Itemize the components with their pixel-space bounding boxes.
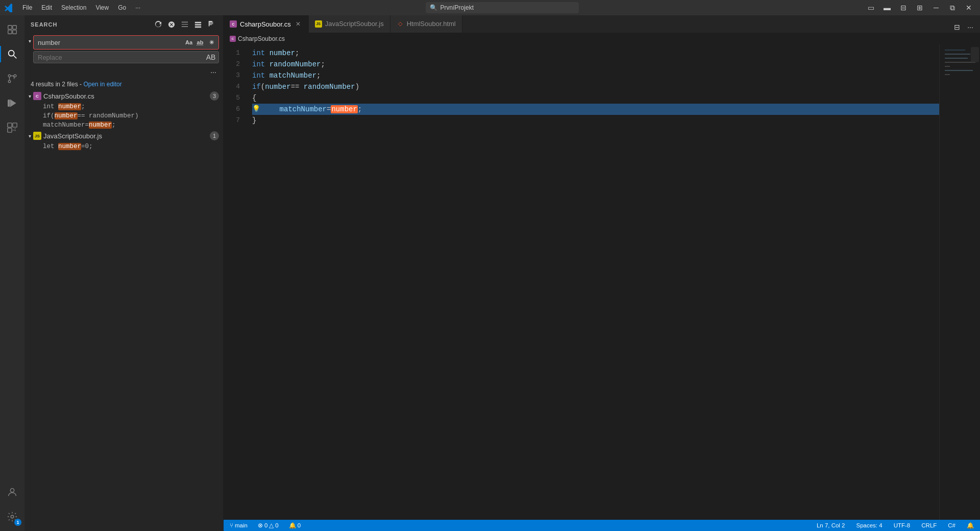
match-highlight: number — [89, 122, 112, 129]
layout-icon-3[interactable]: ⊟ — [896, 2, 911, 13]
layout-icon-1[interactable]: ▭ — [864, 2, 878, 13]
tab-csharp[interactable]: C CsharpSoubor.cs ✕ — [224, 15, 309, 33]
editor-more-button[interactable]: ··· — [965, 21, 976, 33]
code-content[interactable]: int number; int randomNumber; int matchN… — [248, 44, 939, 520]
csharp-match-count: 3 — [210, 91, 219, 101]
source-control-status[interactable]: ⑂ main — [228, 520, 250, 531]
sidebar-header-icons — [153, 19, 217, 30]
file-header-javascript[interactable]: ▾ JS JavaScriptSoubor.js 1 — [24, 130, 223, 142]
menu-go[interactable]: Go — [114, 3, 130, 13]
search-input[interactable] — [36, 39, 184, 46]
tab-html-label: HtmlSoubor.html — [407, 20, 456, 28]
js-file-icon: JS — [33, 132, 41, 140]
js-match-count: 1 — [210, 131, 219, 140]
activity-accounts[interactable] — [0, 480, 24, 504]
match-highlight: number — [55, 112, 78, 119]
svg-rect-13 — [8, 128, 12, 132]
close-button[interactable]: ✕ — [962, 2, 976, 13]
activity-search[interactable] — [0, 42, 24, 66]
info-status[interactable]: 🔔 0 — [287, 520, 303, 531]
tab-js-label: JavaScriptSoubor.js — [325, 20, 384, 28]
svg-marker-9 — [10, 100, 15, 107]
spaces-status[interactable]: Spaces: 4 — [854, 520, 885, 531]
error-count: 0 — [264, 522, 267, 528]
list-item[interactable]: int number; — [24, 102, 223, 111]
activity-extensions[interactable] — [0, 115, 24, 140]
window-controls: ▭ ▬ ⊟ ⊞ ─ ⧉ ✕ — [864, 2, 976, 13]
match-post: ; — [112, 122, 116, 129]
layout-icon-2[interactable]: ▬ — [880, 2, 894, 13]
file-results: ▾ C CsharpSoubor.cs 3 int number; if(num… — [24, 90, 223, 531]
search-icon: 🔍 — [430, 4, 437, 11]
match-post: ; — [81, 103, 85, 110]
menu-edit[interactable]: Edit — [37, 3, 56, 13]
activity-explorer[interactable] — [0, 17, 24, 42]
menu-file[interactable]: File — [18, 3, 36, 13]
svg-rect-19 — [945, 62, 975, 63]
global-search-bar[interactable]: 🔍 PrvníProjekt — [426, 2, 579, 13]
status-left: ⑂ main ⊗ 0 △ 0 🔔 0 — [228, 520, 303, 531]
spaces-text: Spaces: 4 — [856, 522, 883, 528]
toggle-expand-button[interactable]: ▾ — [29, 35, 33, 44]
activity-settings[interactable]: 1 — [0, 504, 24, 529]
errors-status[interactable]: ⊗ 0 △ 0 — [256, 520, 281, 531]
match-pre: if( — [43, 112, 55, 119]
line-endings-status[interactable]: CRLF — [919, 520, 939, 531]
line-numbers: 1 2 3 4 5 6 7 — [224, 44, 248, 520]
use-regex-button[interactable]: ✳ — [206, 37, 216, 47]
breadcrumb-file-icon: C — [230, 36, 236, 42]
lightbulb-icon: 💡 — [252, 104, 260, 115]
replace-input[interactable] — [36, 54, 205, 61]
svg-point-8 — [8, 80, 11, 83]
line-endings-text: CRLF — [921, 522, 937, 528]
list-item[interactable]: matchNumber=number; — [24, 120, 223, 130]
svg-point-14 — [10, 489, 14, 492]
restore-button[interactable]: ⧉ — [945, 2, 960, 13]
layout-icon-4[interactable]: ⊞ — [913, 2, 927, 13]
svg-point-6 — [8, 75, 11, 77]
file-header-csharp[interactable]: ▾ C CsharpSoubor.cs 3 — [24, 90, 223, 102]
tab-csharp-close[interactable]: ✕ — [294, 20, 302, 28]
encoding-status[interactable]: UTF-8 — [892, 520, 913, 531]
split-editor-button[interactable]: ⊟ — [951, 21, 963, 33]
menu-selection[interactable]: Selection — [57, 3, 90, 13]
tab-html[interactable]: ◇ HtmlSoubor.html — [390, 15, 462, 33]
title-bar-center: 🔍 PrvníProjekt — [144, 2, 860, 13]
editor-area: C CsharpSoubor.cs ✕ JS JavaScriptSoubor.… — [224, 15, 980, 531]
svg-rect-16 — [945, 50, 965, 51]
minimize-button[interactable]: ─ — [929, 2, 943, 13]
match-case-button[interactable]: Aa — [184, 37, 194, 47]
open-in-editor-link[interactable]: Open in editor — [83, 81, 121, 88]
cursor-position[interactable]: Ln 7, Col 2 — [815, 520, 847, 531]
svg-rect-2 — [8, 30, 12, 34]
copy-all-button[interactable] — [206, 19, 217, 30]
more-options-button[interactable]: ··· — [208, 66, 219, 78]
language-status[interactable]: C# — [946, 520, 958, 531]
chevron-down-icon: ▾ — [29, 133, 31, 139]
list-item[interactable]: let number=0; — [24, 142, 223, 151]
title-bar-left: File Edit Selection View Go ··· — [4, 3, 144, 13]
svg-rect-11 — [8, 123, 12, 127]
match-word-button[interactable]: ab — [195, 37, 205, 47]
code-line-6-content: matchNumber=number; — [262, 104, 362, 115]
file-group-javascript: ▾ JS JavaScriptSoubor.js 1 let number=0; — [24, 130, 223, 151]
activity-run[interactable] — [0, 91, 24, 115]
menu-more[interactable]: ··· — [131, 3, 144, 13]
minimap — [939, 44, 980, 520]
activity-source-control[interactable] — [0, 66, 24, 91]
replace-all-button[interactable]: AB — [205, 52, 216, 63]
toggle-details-button[interactable] — [192, 19, 204, 30]
match-pre: let — [43, 143, 58, 150]
refresh-search-button[interactable] — [153, 19, 164, 30]
svg-rect-10 — [8, 100, 10, 107]
collapse-all-button[interactable] — [179, 19, 190, 30]
tab-javascript[interactable]: JS JavaScriptSoubor.js — [309, 15, 390, 33]
branch-name: main — [235, 522, 248, 528]
list-item[interactable]: if(number== randomNumber) — [24, 111, 223, 120]
menu-view[interactable]: View — [91, 3, 113, 13]
clear-results-button[interactable] — [166, 19, 177, 30]
code-editor[interactable]: 1 2 3 4 5 6 7 int number; int randomNumb… — [224, 44, 939, 520]
bell-status[interactable]: 🔔 — [965, 520, 976, 531]
match-pre: matchNumber= — [43, 122, 89, 129]
menu-bar: File Edit Selection View Go ··· — [18, 3, 144, 13]
